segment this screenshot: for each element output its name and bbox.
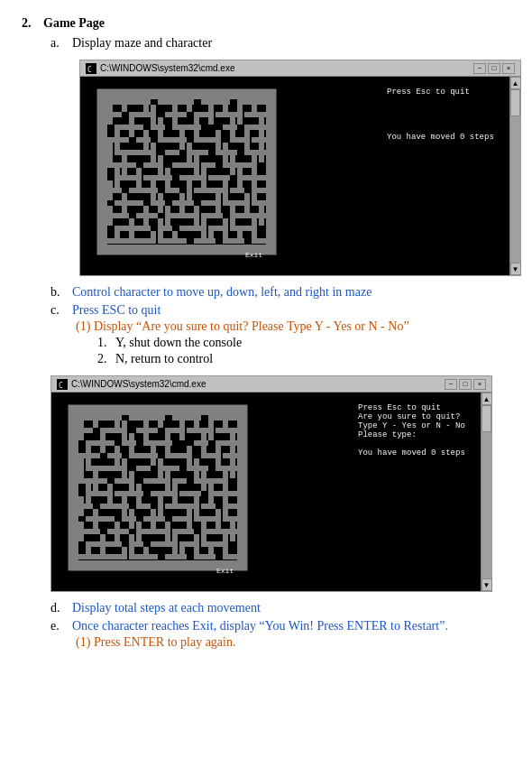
svg-rect-221 [201,433,206,453]
cmd-text-2: Press Esc to quit Are you sure to quit? … [358,400,484,584]
svg-rect-106 [201,168,206,188]
cmd-icon-1: C [86,63,96,74]
subsection-e-text: Once character reaches Exit, display “Yo… [72,619,448,633]
svg-rect-18 [216,112,237,117]
svg-rect-49 [194,188,223,193]
scrollbar-track-1 [510,89,520,263]
svg-rect-246 [194,496,199,516]
svg-rect-167 [136,466,151,471]
svg-rect-74 [143,99,149,112]
cmd-titlebar-left-1: C C:\WINDOWS\system32\cmd.exe [86,63,234,74]
svg-rect-127 [223,218,228,238]
svg-rect-173 [143,478,165,484]
cmd-controls-2: − □ × [445,379,486,390]
svg-rect-52 [115,200,143,206]
svg-rect-207 [223,554,237,559]
subsection-d-text: Display total steps at each movement [72,601,261,615]
svg-rect-77 [252,99,257,112]
scroll-up-arrow-1[interactable]: ▲ [510,77,521,89]
cmd-titlebar-2: C C:\WINDOWS\system32\cmd.exe − □ × [51,376,491,393]
scroll-up-arrow-2[interactable]: ▲ [482,393,492,405]
svg-rect-259 [100,534,105,554]
svg-rect-66 [208,226,223,231]
cmd-titlebar-left-2: C C:\WINDOWS\system32\cmd.exe [57,379,206,390]
nested-c-1-number: (1) [76,319,94,334]
cmd-minimize-1[interactable]: − [473,63,486,74]
subsection-a-letter: a. [50,36,69,51]
svg-rect-218 [100,433,105,453]
cmd-maximize-1[interactable]: □ [488,63,500,74]
svg-rect-94 [151,143,156,162]
svg-rect-201 [179,541,194,547]
scrollbar-thumb-2[interactable] [482,405,491,432]
svg-rect-262 [194,534,199,554]
scroll-down-arrow-2[interactable]: ▼ [482,578,492,591]
svg-rect-126 [201,218,206,238]
svg-rect-103 [115,168,120,188]
svg-rect-93 [107,143,113,162]
cmd-close-1[interactable]: × [502,63,515,74]
cmd-icon-2: C [57,379,68,390]
svg-rect-15 [129,112,151,117]
subsection-e: e. Once character reaches Exit, display … [50,619,510,633]
svg-rect-76 [223,99,228,112]
cmd-text-1: Press Esc to quit You have moved 0 steps [387,84,513,268]
cmd-maximize-2[interactable]: □ [459,379,472,390]
subsection-d-letter: d. [50,601,69,615]
cmd-close-2[interactable]: × [473,379,486,390]
svg-rect-97 [259,143,264,162]
svg-rect-89 [143,130,149,150]
scroll-down-arrow-1[interactable]: ▼ [510,263,521,275]
svg-rect-227 [216,446,221,466]
svg-rect-164 [201,453,216,458]
svg-rect-125 [158,218,163,238]
svg-rect-260 [129,534,134,554]
svg-rect-153 [187,428,208,433]
cmd-scrollbar-1: ▲ ▼ [509,77,520,275]
svg-rect-109 [151,180,156,200]
maze-svg-1: 0 [87,84,295,264]
svg-rect-67 [230,226,252,231]
svg-rect-143 [71,408,78,568]
svg-rect-242 [208,484,214,504]
svg-rect-90 [179,130,185,150]
subsection-c-letter: c. [50,303,69,318]
svg-rect-55 [201,200,216,206]
svg-rect-44 [208,175,230,180]
svg-rect-241 [172,484,178,504]
svg-rect-128 [252,218,257,238]
svg-rect-86 [230,117,235,137]
svg-rect-265 [122,547,127,559]
sub-nested-c-1-2-text: N, return to control [115,352,213,366]
svg-rect-233 [93,471,98,491]
svg-rect-231 [194,458,199,478]
svg-rect-235 [165,471,170,491]
subsection-b-text: Control character to move up, down, left… [72,285,371,300]
svg-rect-216 [179,421,185,440]
svg-rect-19 [244,112,266,117]
svg-rect-175 [194,478,223,484]
cmd-body-1: 0 [80,77,520,275]
svg-rect-104 [136,168,142,188]
svg-rect-84 [158,117,163,137]
svg-rect-81 [208,105,214,125]
svg-rect-110 [187,180,192,200]
svg-rect-258 [230,522,235,541]
subsection-a-text: Display maze and character [72,36,212,51]
svg-rect-179 [179,491,201,496]
svg-rect-166 [86,466,122,471]
svg-rect-102 [252,155,257,175]
svg-rect-163 [165,453,187,458]
svg-rect-264 [86,547,91,559]
svg-rect-152 [165,428,179,433]
svg-rect-68 [107,238,151,244]
svg-rect-107 [237,168,243,188]
svg-rect-217 [208,421,214,440]
svg-rect-31 [115,150,151,155]
svg-rect-183 [136,504,151,509]
svg-rect-238 [86,484,91,504]
svg-rect-96 [223,143,228,162]
scrollbar-thumb-1[interactable] [510,89,520,116]
svg-rect-219 [129,433,134,453]
cmd-minimize-2[interactable]: − [445,379,457,390]
